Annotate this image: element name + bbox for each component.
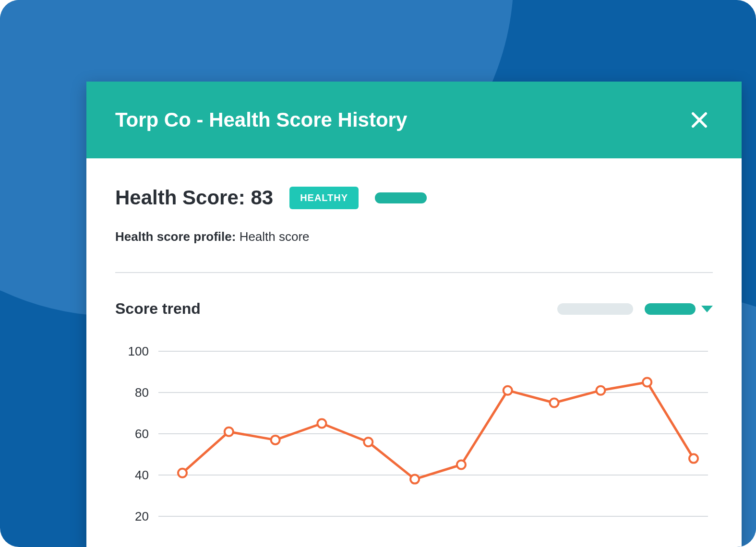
profile-value: Health score — [240, 229, 310, 244]
trend-title: Score trend — [115, 300, 201, 318]
chart-data-point[interactable] — [225, 428, 233, 436]
score-row: Health Score: 83 HEALTHY — [115, 186, 713, 209]
profile-label: Health score profile: — [115, 229, 240, 244]
trend-dropdown[interactable] — [645, 303, 713, 315]
profile-line: Health score profile: Health score — [115, 229, 713, 244]
chart-data-point[interactable] — [410, 475, 419, 484]
chart-svg — [115, 342, 713, 547]
divider — [115, 272, 713, 273]
score-heading: Health Score: 83 — [115, 186, 273, 209]
trend-dropdown-value-placeholder — [645, 303, 696, 315]
health-status-badge: HEALTHY — [289, 187, 359, 209]
chart-data-point[interactable] — [689, 454, 698, 463]
trend-filter-placeholder[interactable] — [557, 303, 633, 315]
score-label: Health Score: — [115, 186, 251, 209]
trend-header-row: Score trend — [115, 300, 713, 318]
chart-data-point[interactable] — [596, 386, 605, 395]
chart-data-point[interactable] — [178, 469, 187, 477]
chart-data-point[interactable] — [317, 419, 326, 428]
chevron-down-icon — [701, 306, 713, 312]
chart-data-point[interactable] — [643, 378, 651, 387]
modal-body: Health Score: 83 HEALTHY Health score pr… — [86, 158, 742, 547]
close-icon — [690, 110, 709, 130]
score-trend-chart: 10080604020 — [115, 342, 713, 547]
chart-data-point[interactable] — [364, 438, 372, 446]
health-score-modal: Torp Co - Health Score History Health Sc… — [86, 82, 742, 547]
chart-data-point[interactable] — [271, 436, 280, 444]
chart-data-point[interactable] — [457, 461, 466, 469]
modal-title: Torp Co - Health Score History — [115, 108, 407, 131]
trend-controls — [557, 303, 713, 315]
close-button[interactable] — [686, 107, 713, 133]
chart-data-point[interactable] — [504, 386, 512, 395]
score-value: 83 — [251, 186, 273, 209]
placeholder-pill — [375, 192, 427, 203]
backdrop: Torp Co - Health Score History Health Sc… — [0, 0, 756, 547]
chart-data-point[interactable] — [550, 399, 559, 407]
modal-header: Torp Co - Health Score History — [86, 82, 742, 158]
